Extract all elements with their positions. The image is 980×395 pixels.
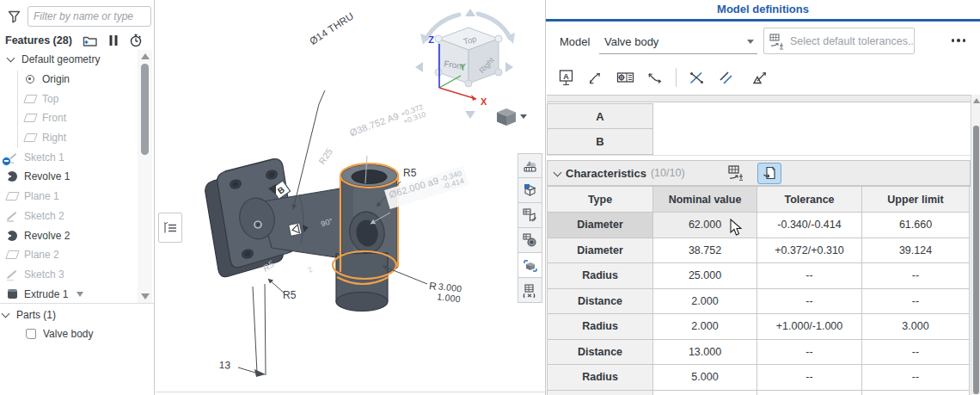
valve-body-model[interactable] bbox=[205, 159, 397, 312]
datum-row-b[interactable]: B bbox=[547, 129, 653, 155]
tree-item-extrude-1[interactable]: Extrude 1 bbox=[0, 284, 138, 304]
table-row[interactable]: Distance13.000---- bbox=[548, 340, 971, 366]
column-header-upper-limit[interactable]: Upper limit bbox=[862, 187, 970, 213]
3d-viewport[interactable]: Top Front Right Z X Y bbox=[156, 0, 545, 395]
exploded-view-tool-button[interactable] bbox=[518, 253, 542, 278]
cube-face-tool-button[interactable] bbox=[518, 178, 542, 203]
scroll-down-icon[interactable] bbox=[141, 293, 150, 299]
pause-icon[interactable] bbox=[108, 34, 119, 46]
tree-item-plane-1[interactable]: Plane 1 bbox=[0, 187, 138, 207]
chevron-down-icon[interactable] bbox=[2, 310, 10, 318]
appearance-tool-button[interactable] bbox=[518, 153, 542, 178]
bent-leader-icon[interactable] bbox=[646, 69, 665, 87]
datum-row-a[interactable]: A bbox=[547, 103, 653, 129]
chevron-down-icon[interactable] bbox=[7, 54, 15, 63]
column-header-nominal-value[interactable]: Nominal value bbox=[653, 187, 757, 213]
tree-item-sketch-2[interactable]: Sketch 2 bbox=[0, 207, 138, 226]
table-cell-upper[interactable]: 3.000 bbox=[862, 314, 970, 340]
tree-item-top[interactable]: Top bbox=[0, 89, 138, 108]
chevron-down-icon[interactable] bbox=[554, 168, 562, 176]
table-cell-tolerance[interactable]: -0.340/-0.414 bbox=[757, 213, 862, 238]
table-cell-upper[interactable]: -- bbox=[862, 263, 970, 289]
view-options-icon[interactable] bbox=[497, 108, 527, 126]
table-cell-upper[interactable]: 61.660 bbox=[862, 213, 970, 238]
tab-model-definitions[interactable]: Model definitions bbox=[546, 0, 980, 19]
tree-item-revolve-1[interactable]: Revolve 1 bbox=[0, 167, 138, 187]
export-icon[interactable] bbox=[757, 163, 781, 184]
angle-icon[interactable] bbox=[688, 69, 706, 87]
table-row[interactable]: Radius25.000---- bbox=[548, 263, 971, 289]
table-cell-type[interactable]: Distance bbox=[548, 289, 653, 315]
table-cell-type[interactable]: Radius bbox=[548, 263, 653, 289]
datum-icon[interactable] bbox=[750, 69, 769, 87]
table-cell-tolerance[interactable]: +0.372/+0.310 bbox=[757, 238, 862, 264]
add-folder-icon[interactable] bbox=[83, 34, 98, 47]
table-cell-nominal[interactable]: 38.752 bbox=[653, 238, 757, 264]
part-item-valve-body[interactable]: Valve body bbox=[0, 324, 155, 344]
pmi-r3-annotation[interactable]: R3.0001.000 bbox=[427, 280, 462, 305]
table-row[interactable]: Diameter38.752+0.372/+0.31039.124 bbox=[548, 238, 971, 264]
table-cell-type[interactable]: Distance bbox=[548, 340, 653, 366]
view-cube[interactable]: Top Front Right bbox=[435, 28, 502, 87]
tree-item-plane-2[interactable]: Plane 2 bbox=[0, 245, 138, 265]
model-select[interactable]: Valve body bbox=[599, 29, 757, 54]
overflow-menu-icon[interactable] bbox=[946, 34, 971, 47]
table-cell-tolerance[interactable]: -- bbox=[757, 289, 862, 315]
table-cell-tolerance[interactable]: -- bbox=[757, 365, 862, 391]
table-cell-nominal[interactable]: 2.000 bbox=[653, 289, 757, 315]
tree-item-default-geometry[interactable]: Default geometry bbox=[0, 50, 138, 70]
table-cell-nominal[interactable]: 13.000 bbox=[653, 340, 757, 366]
scroll-up-icon[interactable] bbox=[141, 53, 150, 59]
pmi-r5-flange-annotation[interactable]: R5 bbox=[283, 289, 297, 301]
table-cell-tolerance[interactable]: -- bbox=[757, 340, 862, 366]
fcf-icon[interactable] bbox=[616, 69, 635, 86]
table-cell-upper[interactable]: 39.124 bbox=[862, 238, 970, 264]
table-row[interactable]: Radius2.000+1.000/-1.0003.000 bbox=[548, 314, 971, 340]
table-format-tool-button[interactable] bbox=[518, 278, 542, 303]
table-cell-nominal[interactable]: 25.000 bbox=[653, 263, 757, 289]
tree-item-revolve-2[interactable]: Revolve 2 bbox=[0, 225, 138, 245]
column-header-type[interactable]: Type bbox=[548, 187, 653, 213]
table-cell-type[interactable]: Radius bbox=[548, 314, 653, 340]
tree-item-right[interactable]: Right bbox=[0, 128, 138, 148]
panel-scrollbar[interactable] bbox=[971, 95, 980, 395]
table-cell-type[interactable]: Diameter bbox=[548, 238, 653, 264]
tree-item-sketch-1[interactable]: Sketch 1 bbox=[0, 147, 138, 167]
filter-icon[interactable] bbox=[7, 9, 21, 24]
table-cell-type[interactable]: Radius bbox=[548, 365, 653, 391]
table-cell-type[interactable]: Diameter bbox=[548, 213, 653, 238]
snapshot-tool-button[interactable] bbox=[518, 228, 542, 253]
column-header-tolerance[interactable]: Tolerance bbox=[757, 187, 862, 213]
table-row[interactable]: Diameter62.000-0.340/-0.41461.660 bbox=[548, 213, 971, 238]
table-cell-upper[interactable]: -- bbox=[862, 340, 970, 366]
table-cell-nominal[interactable]: 2.000 bbox=[653, 314, 757, 340]
parallel-icon[interactable] bbox=[717, 69, 735, 87]
tree-item-origin[interactable]: Origin bbox=[0, 70, 138, 89]
table-cell-nominal[interactable]: 62.000 bbox=[653, 213, 757, 238]
parts-header[interactable]: Parts (1) bbox=[0, 306, 155, 324]
characteristics-section-header[interactable]: Characteristics (10/10) bbox=[547, 160, 971, 186]
tolerance-table-icon[interactable] bbox=[726, 164, 745, 182]
clock-icon[interactable] bbox=[129, 34, 143, 47]
table-cell-tolerance[interactable]: +1.000/-1.000 bbox=[757, 314, 862, 340]
scrollbar-thumb[interactable] bbox=[141, 64, 149, 155]
tree-item-sketch-3[interactable]: Sketch 3 bbox=[0, 265, 138, 285]
scrollbar-thumb[interactable] bbox=[973, 126, 979, 394]
scroll-more-icon[interactable] bbox=[77, 292, 83, 297]
scroll-up-icon[interactable] bbox=[973, 98, 980, 103]
tree-item-front[interactable]: Front bbox=[0, 108, 138, 128]
dimension-list-toggle-button[interactable] bbox=[158, 213, 182, 243]
default-tolerances-select[interactable]: Select default tolerances... bbox=[763, 28, 915, 54]
table-cell-nominal[interactable]: 5.000 bbox=[653, 365, 757, 391]
pmi-r5-top-annotation[interactable]: R5 bbox=[403, 167, 417, 179]
table-row[interactable]: Radius5.000---- bbox=[548, 365, 971, 391]
leader-icon[interactable] bbox=[586, 69, 604, 87]
pmi-table-tool-button[interactable] bbox=[518, 203, 542, 228]
table-cell-upper[interactable]: -- bbox=[862, 365, 970, 391]
tree-scrollbar[interactable] bbox=[138, 50, 152, 303]
table-cell-upper[interactable]: -- bbox=[862, 289, 970, 315]
table-cell-tolerance[interactable]: -- bbox=[757, 263, 862, 289]
table-row[interactable]: Distance2.000---- bbox=[548, 289, 971, 315]
pmi-dim13-annotation[interactable]: 13 bbox=[218, 359, 230, 372]
note-icon[interactable]: A bbox=[557, 68, 575, 87]
